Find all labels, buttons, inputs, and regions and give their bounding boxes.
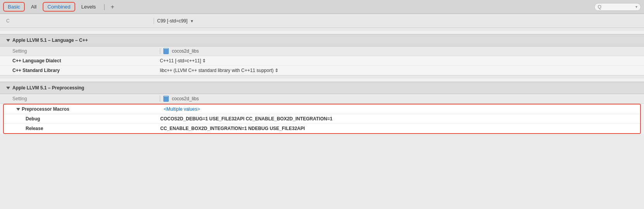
partial-dropdown-arrow: ▼ [190,19,194,23]
section-title-preprocessing: Apple LLVM 5.1 – Preprocessing [12,85,84,91]
macro-multiple-values: <Multiple values> [164,106,200,112]
section-triangle-icon-2 [6,87,10,89]
search-icon: Q [598,4,601,10]
preprocessor-macros-name: Preprocessor Macros [16,106,164,112]
table-row: Debug COCOS2D_DEBUG=1 USE_FILE32API CC_E… [4,114,640,124]
col-divider-2 [160,96,160,102]
file-icon-1 [163,48,169,54]
debug-macro-name: Debug [26,116,160,122]
table-row: Release CC_ENABLE_BOX2D_INTEGRATION=1 ND… [4,124,640,133]
col-divider-1 [160,48,160,54]
debug-macro-value: COCOS2D_DEBUG=1 USE_FILE32API CC_ENABLE_… [160,116,332,122]
setting-name-cpp-stdlib: C++ Standard Library [12,68,160,73]
language-cpp-table: Setting cocos2d_libs C++ Language Dialec… [0,46,644,75]
cpp-dialect-arrow: ⇕ [202,58,206,63]
partial-value-text: C99 [-std=c99] [157,18,187,24]
setting-value-text-cpp-stdlib: libc++ (LLVM C++ standard library with C… [160,68,274,73]
tab-basic[interactable]: Basic [3,2,25,12]
partial-setting-name: C [6,18,154,24]
col-header-row-1: Setting cocos2d_libs [0,46,644,56]
file-icon-2 [163,96,169,102]
spacer-2 [0,75,644,79]
tab-combined[interactable]: Combined [43,2,75,12]
search-dropdown-arrow: ▾ [635,5,637,9]
tab-bar: Basic All Combined Levels | + Q ▾ [0,0,644,14]
partial-top-row: C C99 [-std=c99] ▼ [0,14,644,28]
section-title-language-cpp: Apple LLVM 5.1 – Language – C++ [12,38,88,43]
col-setting-label-2: Setting [12,96,160,101]
col-project-name-1: cocos2d_libs [172,48,199,54]
table-row: C++ Standard Library libc++ (LLVM C++ st… [0,66,644,75]
macro-triangle-icon [16,108,20,111]
tab-add[interactable]: + [108,3,116,10]
setting-value-text-cpp-dialect: C++11 [-std=c++11] [160,58,201,63]
col-setting-label-1: Setting [12,48,160,54]
search-input[interactable] [603,4,634,10]
setting-name-cpp-dialect: C++ Language Dialect [12,58,160,63]
preprocessor-macros-row: Preprocessor Macros <Multiple values> [4,104,640,114]
cpp-stdlib-arrow: ⇕ [275,68,279,73]
section-header-language-cpp[interactable]: Apple LLVM 5.1 – Language – C++ [0,34,644,46]
content-area: C C99 [-std=c99] ▼ Apple LLVM 5.1 – Lang… [0,14,644,134]
section-header-preprocessing[interactable]: Apple LLVM 5.1 – Preprocessing [0,82,644,94]
release-macro-name: Release [26,126,160,131]
release-macro-value: CC_ENABLE_BOX2D_INTEGRATION=1 NDEBUG USE… [160,126,305,131]
col-project-1: cocos2d_libs [163,48,199,54]
macro-name-text: Preprocessor Macros [22,106,69,112]
setting-value-cpp-dialect: C++11 [-std=c++11] ⇕ [160,58,206,63]
search-box: Q ▾ [594,3,641,11]
tab-separator: | [104,3,105,10]
col-header-row-2: Setting cocos2d_libs [0,94,644,104]
table-row: C++ Language Dialect C++11 [-std=c++11] … [0,56,644,66]
setting-value-cpp-stdlib: libc++ (LLVM C++ standard library with C… [160,68,279,73]
partial-setting-value: C99 [-std=c99] ▼ [157,18,194,24]
section-triangle-icon [6,39,10,42]
spacer-1 [0,28,644,31]
tab-all[interactable]: All [26,2,41,12]
col-divider [154,18,154,24]
highlighted-preprocessor-section: Preprocessor Macros <Multiple values> De… [3,104,641,134]
col-project-2: cocos2d_libs [163,96,199,102]
col-project-name-2: cocos2d_libs [172,96,199,101]
tab-levels[interactable]: Levels [77,2,101,12]
